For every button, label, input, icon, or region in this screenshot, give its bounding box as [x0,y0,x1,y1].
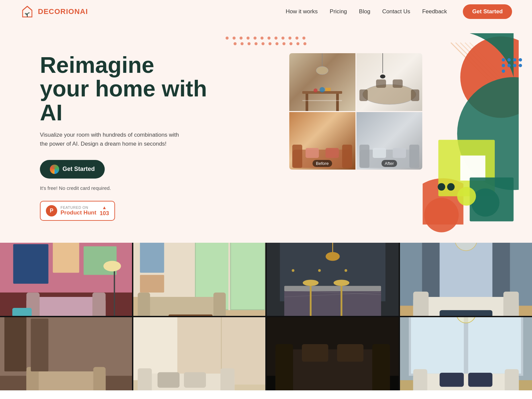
svg-rect-26 [393,148,406,158]
svg-rect-117 [411,317,464,374]
svg-rect-111 [372,344,390,390]
logo[interactable]: DECORIONAI [20,4,88,19]
svg-rect-68 [284,288,381,316]
svg-rect-25 [373,148,386,158]
hero-right-content: Before After [226,33,505,233]
svg-rect-87 [413,292,429,316]
svg-rect-106 [184,372,206,388]
svg-point-75 [303,280,319,286]
svg-rect-51 [92,293,106,316]
free-text: It's free! No credit card required. [40,185,226,191]
svg-point-39 [457,187,476,206]
gallery-item-1 [0,243,132,316]
svg-rect-97 [31,319,49,371]
svg-rect-20 [306,148,319,158]
hero-section: Reimagine your home with AI Visualize yo… [0,23,532,243]
svg-rect-69 [284,286,381,291]
svg-point-48 [103,261,121,271]
svg-rect-88 [503,292,519,316]
svg-rect-119 [413,374,519,390]
logo-text: DECORIONAI [38,7,88,16]
ph-count: ▲ 103 [100,205,109,217]
svg-rect-13 [359,89,368,101]
gallery-item-6 [133,317,265,390]
svg-rect-60 [138,297,226,316]
svg-rect-19 [342,145,352,168]
svg-point-80 [344,269,347,272]
gallery-section [0,243,532,390]
btn-icon [50,165,59,174]
nav-links: How it works Pricing Blog Contact Us Fee… [286,8,447,15]
nav-item-contact[interactable]: Contact Us [382,8,410,15]
nav-cta-button[interactable]: Get Started [463,4,512,19]
svg-rect-5 [306,94,308,111]
svg-rect-6 [336,94,339,111]
dots-corner-decoration [502,58,522,73]
ph-logo: P [46,205,57,216]
svg-point-3 [316,66,328,74]
svg-rect-15 [376,79,386,88]
svg-rect-121 [505,369,519,390]
svg-rect-18 [292,145,302,168]
svg-rect-9 [326,88,331,91]
svg-line-28 [456,43,493,80]
svg-point-37 [424,198,459,232]
svg-point-41 [447,183,455,191]
svg-point-40 [438,183,445,191]
svg-point-33 [457,77,519,190]
svg-rect-36 [470,178,514,221]
product-hunt-badge[interactable]: P FEATURED ON Product Hunt ▲ 103 [40,201,115,221]
svg-point-73 [326,252,339,261]
room-before-top-left [289,53,355,111]
svg-rect-14 [411,89,419,101]
svg-rect-35 [460,156,485,181]
logo-icon [20,4,35,19]
nav-item-pricing[interactable]: Pricing [330,8,347,15]
hero-left-content: Reimagine your home with AI Visualize yo… [40,33,226,221]
svg-line-30 [465,43,502,80]
svg-rect-118 [468,317,521,374]
room-before-after-grid: Before After [289,53,422,170]
svg-rect-24 [409,145,419,168]
nav-item-how-it-works[interactable]: How it works [286,8,318,15]
svg-rect-112 [302,344,328,362]
svg-rect-95 [93,367,106,390]
svg-rect-122 [440,373,464,387]
hero-title: Reimagine your home with AI [40,53,226,124]
room-after-bottom-right: After [356,112,423,170]
svg-point-7 [314,88,318,92]
gallery-item-5 [0,317,132,390]
gallery-item-3 [267,243,399,316]
svg-rect-53 [12,308,32,316]
svg-point-8 [320,87,325,92]
hero-subtitle: Visualize your room with hundreds of com… [40,130,180,148]
room-after-top-right [356,53,423,111]
svg-point-79 [318,269,321,272]
svg-point-32 [460,36,519,118]
ph-text-block: FEATURED ON Product Hunt [61,205,96,216]
svg-rect-21 [326,148,339,158]
hero-cta-button[interactable]: Get Started [40,160,105,179]
gallery-item-2 [133,243,265,316]
gallery-item-7 [267,317,399,390]
svg-line-27 [451,43,488,80]
svg-rect-120 [413,369,427,390]
svg-rect-104 [220,368,234,390]
svg-rect-34 [438,140,495,197]
nav-item-blog[interactable]: Blog [359,8,370,15]
svg-rect-110 [275,344,293,390]
svg-rect-58 [231,243,265,309]
svg-rect-16 [393,79,403,88]
svg-rect-105 [158,372,180,388]
svg-rect-63 [140,243,164,273]
svg-rect-96 [4,317,26,371]
svg-rect-44 [13,244,49,284]
nav-item-feedback[interactable]: Feedback [422,8,447,15]
svg-rect-45 [53,243,79,273]
svg-rect-23 [359,145,369,168]
room-before-bottom-left: Before [289,112,355,170]
svg-rect-61 [138,293,150,316]
svg-point-38 [471,189,499,217]
svg-rect-64 [140,275,164,293]
svg-rect-113 [337,344,363,362]
